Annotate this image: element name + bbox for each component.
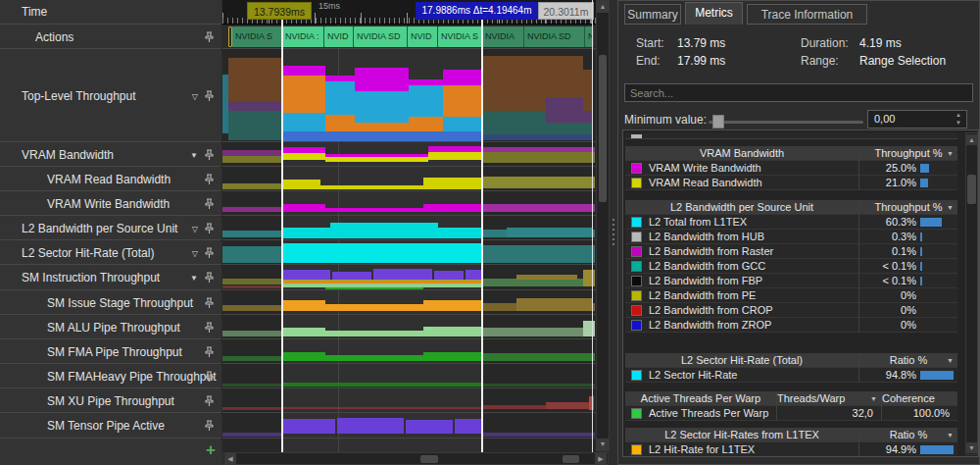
timeline-track-vram-write-bandwidth[interactable] — [222, 192, 596, 216]
time-ruler[interactable]: 15ms 13.7939ms 17.9886ms Δt=4.19464m 20.… — [222, 0, 596, 25]
sidebar-item-vram-write-bandwidth[interactable]: VRAM Write Bandwidth — [0, 192, 221, 216]
column-header[interactable]: Throughput %▼ — [859, 146, 957, 161]
timeline-track-l2-sector-hit-rate-total[interactable] — [222, 241, 596, 265]
table-row[interactable]: L2 Sector Hit-Rate94.8% — [625, 368, 957, 383]
timeline-track-top-level-throughput[interactable] — [222, 50, 596, 142]
sort-dropdown-icon[interactable]: ▼ — [870, 391, 877, 406]
pin-icon[interactable] — [203, 370, 216, 383]
pin-icon[interactable] — [203, 420, 216, 433]
chevron-down-icon[interactable]: ▼ — [190, 150, 198, 159]
table-vertical-scrollbar[interactable]: ▲ ▼ — [965, 132, 978, 455]
sidebar-item-l2-bandwidth-per-source-unit[interactable]: L2 Bandwidth per Source Unit▽ — [0, 217, 221, 240]
table-row[interactable]: L2 Bandwidth from FBP< 0.1% — [625, 274, 957, 288]
timeline-track-sm-fma-pipe-throughput[interactable] — [222, 340, 596, 364]
table-section-header[interactable]: VRAM BandwidthThroughput %▼ — [625, 146, 957, 161]
sidebar-item-sm-xu-pipe-throughput[interactable]: SM XU Pipe Throughput — [0, 389, 221, 413]
pin-icon[interactable] — [203, 246, 216, 259]
table-scroll-up-icon[interactable]: ▲ — [966, 134, 977, 145]
pin-icon[interactable] — [203, 148, 216, 161]
timeline-track-sm-tensor-pipe-active[interactable] — [222, 414, 596, 439]
sort-dropdown-icon[interactable]: ▼ — [947, 428, 954, 442]
sidebar-item-sm-issue-stage-throughput[interactable]: SM Issue Stage Throughput — [0, 291, 221, 315]
timeline-track-l2-bandwidth-per-source-unit[interactable] — [222, 217, 596, 240]
column-header[interactable]: Ratio %▼ — [859, 428, 957, 442]
table-section-header[interactable]: L2 Sector Hit-Rates from L1TEXRatio %▼ — [625, 428, 957, 442]
table-row[interactable]: L2 Bandwidth from HUB0.3% — [625, 230, 957, 244]
sidebar-item-sm-fma-pipe-throughput[interactable]: SM FMA Pipe Throughput — [0, 340, 221, 364]
table-scroll-down-icon[interactable]: ▼ — [966, 442, 977, 453]
pin-icon[interactable] — [203, 173, 216, 185]
tab-metrics[interactable]: Metrics — [685, 2, 743, 25]
sidebar-item-sm-fmaheavy-pipe-throughput[interactable]: SM FMAHeavy Pipe Throughput — [0, 365, 221, 388]
pin-icon[interactable] — [203, 345, 216, 358]
spin-down-icon[interactable]: ▼ — [953, 120, 964, 127]
timeline-track-sm-issue-stage-throughput[interactable] — [222, 291, 596, 315]
chevron-collapsed-icon[interactable]: ▽ — [192, 248, 198, 257]
table-row[interactable]: L2 Total from L1TEX60.3% — [625, 215, 957, 230]
action-block[interactable]: NVIDIA SD — [524, 26, 585, 47]
action-block[interactable]: NVIDIA — [482, 26, 524, 47]
sort-dropdown-icon[interactable]: ▼ — [947, 146, 954, 161]
pin-icon[interactable] — [203, 272, 216, 284]
action-block[interactable]: NVID — [408, 26, 438, 47]
sidebar-item-l2-sector-hit-rate-total[interactable]: L2 Sector Hit-Rate (Total)▽ — [0, 241, 221, 265]
action-block[interactable]: NVID — [324, 26, 354, 47]
pin-icon[interactable] — [203, 321, 216, 334]
timeline-horizontal-scrollbar[interactable]: ◀ ▶ — [222, 452, 609, 465]
tab-trace-information[interactable]: Trace Information — [747, 4, 867, 25]
timeline-track-sm-fmaheavy-pipe-throughput[interactable] — [222, 365, 596, 388]
column-header[interactable]: Throughput %▼ — [859, 200, 957, 215]
scroll-right-arrow-icon[interactable]: ▶ — [595, 453, 607, 464]
timeline-track-sm-xu-pipe-throughput[interactable] — [222, 389, 596, 413]
timeline-track-sm-alu-pipe-throughput[interactable] — [222, 316, 596, 339]
table-row[interactable]: L2 Bandwidth from CROP0% — [625, 303, 957, 318]
minimum-value-spinbox[interactable]: 0,00 ▲ ▼ — [867, 110, 967, 129]
pin-icon[interactable] — [203, 296, 216, 309]
pin-icon[interactable] — [203, 197, 216, 210]
horizontal-scroll-thumb-right[interactable] — [563, 455, 579, 463]
chevron-collapsed-icon[interactable]: ▽ — [192, 224, 198, 232]
timeline-track-vram-bandwidth[interactable] — [222, 143, 596, 167]
minimum-value-slider[interactable] — [709, 121, 863, 124]
action-block[interactable]: NVIDIA S — [232, 26, 282, 47]
scroll-down-arrow-icon[interactable]: ▼ — [597, 439, 609, 450]
chevron-collapsed-icon[interactable]: ▽ — [192, 91, 198, 100]
selection-left-handle[interactable] — [281, 20, 283, 452]
sort-dropdown-icon[interactable]: ▼ — [947, 353, 954, 368]
sidebar-item-vram-read-bandwidth[interactable]: VRAM Read Bandwidth — [0, 168, 221, 191]
sidebar-item-time[interactable]: Time — [0, 0, 221, 25]
table-scroll-thumb[interactable] — [967, 175, 976, 204]
table-section-header[interactable]: L2 Bandwidth per Source UnitThroughput %… — [625, 200, 957, 215]
table-row[interactable]: Active Threads Per Warp32,0100.0% — [625, 406, 957, 421]
table-section-header[interactable]: Active Threads Per WarpThreads/Warp▼Cohe… — [625, 391, 957, 406]
sidebar-item-top-level-throughput[interactable]: Top-Level Throughput▽ — [0, 50, 221, 142]
horizontal-scroll-thumb[interactable] — [420, 455, 438, 463]
actions-track[interactable]: NVIDIA SNVIDIA :NVIDNVIDIA SDNVIDNVIDIA … — [222, 26, 596, 49]
search-input[interactable] — [624, 83, 973, 102]
action-block[interactable]: NVIDIA : — [282, 26, 324, 47]
pin-icon[interactable] — [203, 394, 216, 407]
timeline-view[interactable]: 15ms 13.7939ms 17.9886ms Δt=4.19464m 20.… — [222, 0, 596, 452]
vertical-scroll-thumb[interactable] — [599, 55, 607, 202]
pin-icon[interactable] — [203, 30, 216, 43]
spin-up-icon[interactable]: ▲ — [953, 112, 964, 119]
sidebar-item-vram-bandwidth[interactable]: VRAM Bandwidth▼ — [0, 143, 221, 167]
panel-splitter[interactable] — [610, 0, 617, 465]
table-row[interactable]: VRAM Read Bandwidth21.0% — [625, 176, 957, 190]
sidebar-item-sm-alu-pipe-throughput[interactable]: SM ALU Pipe Throughput — [0, 316, 221, 339]
timeline-track-sm-instruction-throughput[interactable] — [222, 266, 596, 290]
column-header[interactable]: Threads/Warp▼ — [777, 391, 882, 406]
sort-dropdown-icon[interactable]: ▼ — [947, 200, 954, 215]
table-row[interactable]: L2 Bandwidth from GCC< 0.1% — [625, 259, 957, 274]
selection-right-handle[interactable] — [481, 20, 483, 452]
chevron-down-icon[interactable]: ▼ — [190, 274, 198, 283]
sidebar-item-sm-instruction-throughput[interactable]: SM Instruction Throughput▼ — [0, 266, 221, 290]
sidebar-item-actions[interactable]: Actions — [0, 26, 221, 49]
add-metric-row-button[interactable]: + — [206, 440, 216, 460]
timeline-vertical-scrollbar[interactable]: ▲ ▼ — [596, 0, 610, 451]
sidebar-item-sm-tensor-pipe-active[interactable]: SM Tensor Pipe Active — [0, 414, 221, 439]
scroll-up-arrow-icon[interactable]: ▲ — [597, 1, 609, 13]
pin-icon[interactable] — [203, 222, 216, 234]
pin-icon[interactable] — [203, 89, 216, 102]
action-block[interactable]: NVIDIA SD — [354, 26, 408, 47]
